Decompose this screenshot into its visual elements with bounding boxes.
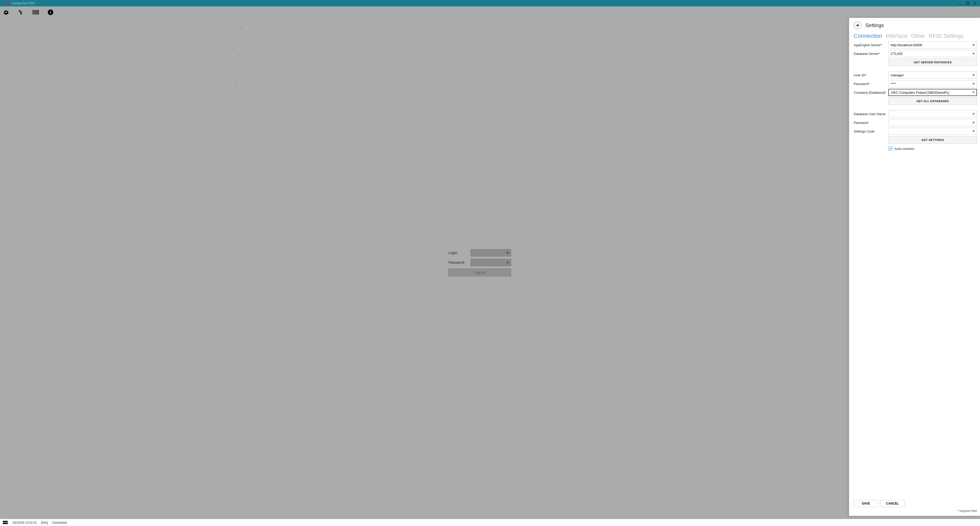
settings-code-label: Settings Code	[854, 129, 886, 133]
annotation-3: 3.	[228, 38, 231, 41]
annotation-6: 6.	[233, 84, 235, 88]
clear-icon[interactable]: ✕	[972, 82, 975, 86]
appengine-value: http://localhost:54000	[891, 43, 922, 47]
annotation-4: 4.	[245, 67, 247, 71]
annotation-7: 7.	[235, 77, 237, 80]
settings-tabs: Connection Interface Other RFID Settings	[854, 33, 977, 39]
chevron-down-icon	[973, 53, 975, 54]
userid-value: manager	[891, 73, 904, 77]
dbserver-label: Database Server*	[854, 52, 886, 56]
sap-password-value: ****	[891, 82, 896, 86]
sap-password-input[interactable]: **** ✕	[888, 80, 977, 87]
appengine-input[interactable]: http://localhost:54000 ✕	[888, 41, 977, 48]
main-area: Login ✕ Password ✕ Log In 1. 2. 3. 4. 5.…	[0, 6, 980, 519]
annotation-1: 1.	[239, 25, 241, 29]
tab-interface[interactable]: Interface	[886, 33, 907, 39]
back-button[interactable]	[854, 21, 861, 29]
modal-overlay	[0, 6, 980, 519]
settings-panel: Settings Connection Interface Other RFID…	[849, 18, 980, 516]
auto-connect-label: Auto-connect	[894, 147, 914, 151]
company-select[interactable]: OEC Computers Poland [SBODemoPL]	[888, 89, 977, 96]
connection-form: AppEngine Server* http://localhost:54000…	[854, 41, 977, 151]
cancel-button[interactable]: CANCEL	[880, 500, 905, 507]
tab-rfid[interactable]: RFID Settings	[929, 33, 964, 39]
settings-title: Settings	[865, 22, 884, 28]
clear-icon[interactable]: ✕	[972, 43, 975, 47]
userid-input[interactable]: manager ✕	[888, 72, 977, 79]
svg-point-18	[7, 521, 7, 522]
window-maximize-button[interactable]	[964, 1, 971, 6]
settings-code-select[interactable]	[888, 128, 977, 135]
dbuser-input[interactable]: ✕	[888, 110, 977, 118]
annotation-2: 2.	[231, 46, 234, 50]
save-button[interactable]: SAVE	[854, 500, 878, 507]
annotation-8: 8.	[234, 155, 236, 158]
clear-icon[interactable]: ✕	[972, 73, 975, 77]
clear-icon[interactable]: ✕	[972, 121, 975, 124]
dbserver-value: CTL025	[891, 52, 902, 56]
titlebar: PDC CompuTec PDC	[0, 0, 980, 6]
annotation-5: 5.	[242, 77, 245, 80]
get-server-instances-button[interactable]: GET SERVER INSTANCES	[888, 59, 977, 66]
window-close-button[interactable]	[972, 1, 978, 6]
window-minimize-button[interactable]	[956, 1, 963, 6]
clear-icon[interactable]: ✕	[972, 112, 975, 116]
brand-logo: PDC	[3, 1, 10, 5]
status-message: Connected	[52, 521, 67, 524]
chevron-down-icon	[972, 92, 974, 93]
get-settings-button[interactable]: GET SETTINGS	[888, 136, 977, 143]
dbuser-label: Database User Name	[854, 112, 886, 116]
company-value: OEC Computers Poland [SBODemoPL]	[891, 91, 949, 94]
svg-point-19	[7, 523, 7, 523]
get-all-databases-button[interactable]: GET ALL DATABASES	[888, 97, 977, 105]
company-label: Company [Database]*	[854, 91, 886, 94]
dbpass-label: Password	[854, 121, 886, 124]
status-timestamp: 16/10/20 13:02:41	[12, 521, 37, 524]
chevron-down-icon	[973, 131, 975, 132]
dbpass-input[interactable]: ✕	[888, 119, 977, 126]
window-title: CompuTec PDC	[11, 1, 35, 5]
dbserver-select[interactable]: CTL025	[888, 50, 977, 57]
required-field-note: * required field	[854, 509, 977, 513]
status-level: [Info]	[41, 521, 48, 524]
userid-label: User ID*	[854, 73, 886, 77]
sap-password-label: Password*	[854, 82, 886, 86]
tab-other[interactable]: Other	[911, 33, 925, 39]
appengine-label: AppEngine Server*	[854, 43, 886, 47]
tab-connection[interactable]: Connection	[854, 33, 882, 39]
statusbar: 16/10/20 13:02:41 [Info] Connected	[0, 519, 980, 526]
server-icon	[3, 520, 8, 525]
auto-connect-checkbox[interactable]	[888, 147, 892, 151]
